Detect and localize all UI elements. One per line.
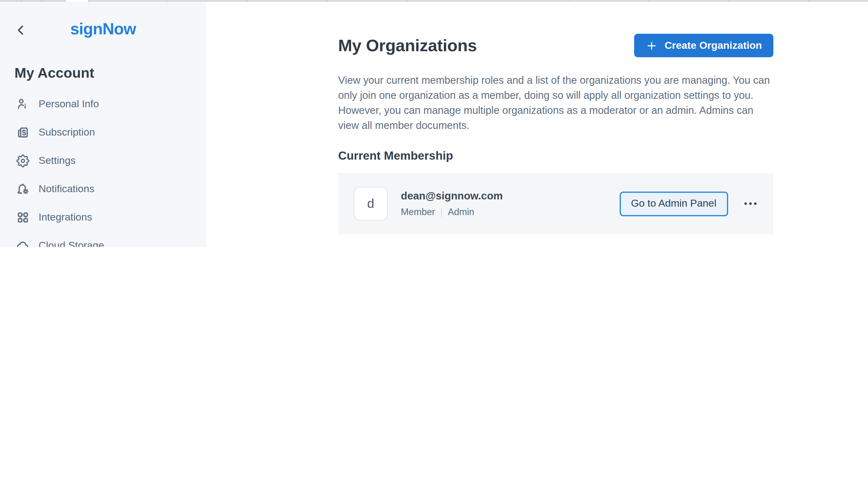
- member-email: dean@signnow.com: [401, 190, 503, 203]
- avatar-initial: d: [367, 196, 374, 211]
- integrations-icon: [16, 210, 30, 224]
- sidebar-item-label: Settings: [39, 154, 76, 167]
- person-info-icon: [16, 97, 30, 111]
- member-roles: Member Admin: [401, 207, 503, 217]
- main-content: My Organizations Create Organization Vie…: [338, 2, 773, 234]
- sidebar-item-label: Integrations: [39, 211, 92, 223]
- plus-icon: [646, 39, 658, 52]
- page-description: View your current membership roles and a…: [338, 73, 773, 133]
- sidebar-item-label: Subscription: [39, 126, 95, 138]
- sidebar-item-label: Notifications: [39, 183, 94, 195]
- go-to-admin-panel-button[interactable]: Go to Admin Panel: [620, 191, 728, 216]
- ellipsis-icon: [744, 203, 747, 205]
- signnow-logo[interactable]: signNow: [0, 20, 206, 39]
- sidebar-item-integrations[interactable]: Integrations: [0, 203, 206, 231]
- sidebar-item-settings[interactable]: Settings: [0, 146, 206, 175]
- membership-more-button[interactable]: [743, 199, 758, 209]
- browser-tabs-strip: [0, 0, 868, 2]
- sidebar-item-label: Personal Info: [39, 98, 99, 110]
- svg-text:$: $: [22, 128, 26, 136]
- create-organization-button[interactable]: Create Organization: [634, 34, 773, 57]
- app-root: signNow My Account Personal Info: [0, 0, 868, 247]
- role-divider: [441, 208, 442, 216]
- page-title: My Organizations: [338, 36, 477, 55]
- sidebar: signNow My Account Personal Info: [0, 2, 206, 247]
- sidebar-item-notifications[interactable]: Notifications: [0, 175, 206, 203]
- membership-heading: Current Membership: [338, 149, 773, 163]
- role-member: Member: [401, 207, 435, 217]
- create-organization-label: Create Organization: [665, 39, 762, 52]
- sidebar-nav: Personal Info $ Subscription: [0, 90, 206, 247]
- subscription-icon: $: [16, 125, 30, 139]
- role-admin: Admin: [448, 207, 474, 217]
- active-tab-sliver: [66, 0, 88, 2]
- sidebar-item-label: Cloud Storage: [39, 240, 104, 247]
- sidebar-item-personal-info[interactable]: Personal Info: [0, 90, 206, 118]
- notification-bell-icon: [16, 182, 30, 196]
- sidebar-item-cloud-storage[interactable]: Cloud Storage: [0, 231, 206, 247]
- cloud-icon: [16, 238, 30, 247]
- member-info: dean@signnow.com Member Admin: [401, 190, 503, 217]
- sidebar-section-title: My Account: [15, 65, 94, 81]
- membership-card: d dean@signnow.com Member Admin Go to Ad…: [338, 173, 773, 234]
- settings-gear-icon: [16, 153, 30, 168]
- sidebar-item-subscription[interactable]: $ Subscription: [0, 118, 206, 146]
- avatar: d: [354, 187, 388, 221]
